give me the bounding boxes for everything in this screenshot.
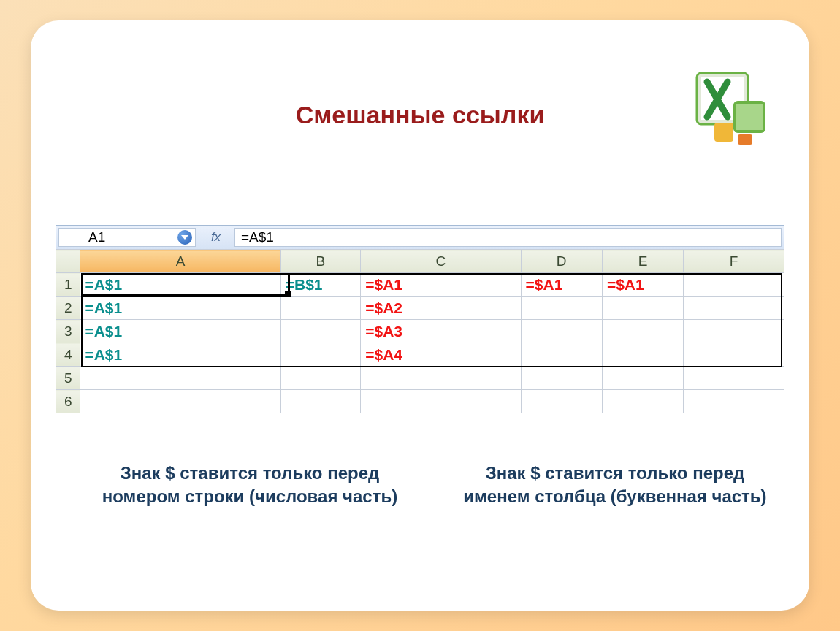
cell[interactable] — [521, 367, 602, 390]
cell[interactable] — [280, 343, 360, 367]
column-header[interactable]: F — [684, 250, 784, 273]
column-header[interactable]: E — [602, 250, 683, 273]
row-header[interactable]: 5 — [56, 367, 80, 390]
formula-text: =A$1 — [241, 229, 274, 245]
cell[interactable]: =A$1 — [80, 343, 280, 367]
cell[interactable] — [602, 297, 683, 320]
cell[interactable] — [684, 273, 784, 297]
row-header[interactable]: 1 — [56, 273, 80, 297]
cell[interactable] — [684, 343, 784, 367]
cell[interactable] — [80, 390, 280, 413]
svg-rect-5 — [738, 134, 752, 145]
cell[interactable] — [602, 320, 683, 343]
cell[interactable] — [521, 343, 602, 367]
caption-right: Знак $ ставится только перед именем стол… — [454, 462, 776, 509]
cell[interactable]: =A$1 — [80, 273, 280, 297]
cell[interactable] — [280, 367, 360, 390]
cell[interactable]: =$A4 — [361, 343, 521, 367]
cell[interactable]: =$A1 — [361, 273, 521, 297]
cell[interactable]: =A$1 — [80, 297, 280, 320]
column-header[interactable]: A — [80, 250, 280, 273]
cell[interactable] — [602, 367, 683, 390]
cell[interactable] — [602, 343, 683, 367]
cell[interactable]: =B$1 — [280, 273, 360, 297]
cell[interactable]: =A$1 — [80, 320, 280, 343]
cell[interactable] — [280, 390, 360, 413]
row-header[interactable]: 6 — [56, 390, 80, 413]
row-header[interactable]: 4 — [56, 343, 80, 367]
cell[interactable] — [521, 297, 602, 320]
spreadsheet-grid[interactable]: ABCDEF 1=A$1=B$1=$A1=$A1=$A12=A$1=$A23=A… — [56, 249, 784, 413]
cell[interactable] — [602, 390, 683, 413]
column-header[interactable]: B — [280, 250, 360, 273]
cell[interactable] — [684, 297, 784, 320]
slide-card: Смешанные ссылки A1 fx =A$1 ABCDEF 1=A$1… — [31, 20, 809, 611]
cell[interactable] — [684, 367, 784, 390]
cell[interactable] — [521, 320, 602, 343]
cell[interactable] — [521, 390, 602, 413]
cell[interactable] — [280, 320, 360, 343]
formula-bar: A1 fx =A$1 — [56, 225, 784, 250]
row-header[interactable]: 2 — [56, 297, 80, 320]
name-box-value: A1 — [88, 229, 105, 245]
column-header[interactable]: D — [521, 250, 602, 273]
cell[interactable] — [684, 320, 784, 343]
excel-icon — [692, 69, 773, 149]
cell[interactable]: =$A3 — [361, 320, 521, 343]
cell[interactable] — [80, 367, 280, 390]
select-all-corner[interactable] — [56, 250, 80, 273]
cell[interactable] — [361, 390, 521, 413]
svg-rect-4 — [714, 123, 733, 142]
cell[interactable] — [684, 390, 784, 413]
cell[interactable] — [361, 367, 521, 390]
cell[interactable]: =$A1 — [521, 273, 602, 297]
row-header[interactable]: 3 — [56, 320, 80, 343]
name-box[interactable]: A1 — [58, 228, 196, 247]
cell[interactable] — [280, 297, 360, 320]
cell[interactable]: =$A2 — [361, 297, 521, 320]
column-header[interactable]: C — [361, 250, 521, 273]
formula-input[interactable]: =A$1 — [234, 228, 782, 247]
chevron-down-icon[interactable] — [177, 230, 192, 245]
svg-rect-3 — [736, 104, 763, 130]
cell[interactable]: =$A1 — [602, 273, 683, 297]
caption-left: Знак $ ставится только перед номером стр… — [89, 462, 411, 509]
fx-icon[interactable]: fx — [198, 226, 234, 249]
